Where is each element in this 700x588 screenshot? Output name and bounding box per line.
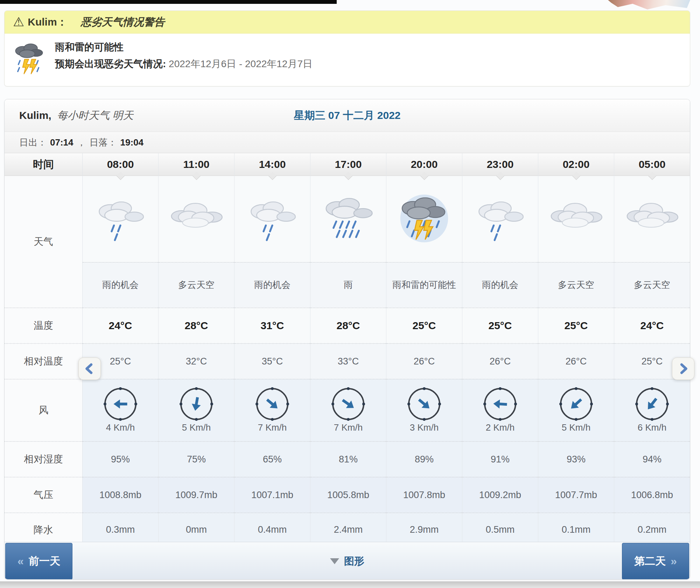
time-header: 17:00 [310,153,386,176]
time-header: 23:00 [462,153,538,176]
wind-cell: 7 Km/h [234,379,310,441]
double-chevron-right-icon: » [671,555,677,568]
hour-column-05:00: 05:00多云天空24°C25°C6 Km/h94%1006.8mb0.2mm [614,153,690,542]
top-black-bar [0,0,337,4]
humidity-value: 81% [310,441,386,477]
weather-description: 雨 [310,262,386,307]
warning-banner[interactable]: ⚠ Kulim： 恶劣天气情况警告 [5,11,690,34]
previous-day-button[interactable]: « 前一天 [5,543,72,580]
wind-speed: 5 Km/h [182,422,211,433]
sunrise-time: 07:14 [50,137,74,148]
pressure-value: 1005.8mb [310,477,386,512]
feels-like-value: 26°C [386,343,462,379]
wind-speed: 7 Km/h [334,422,363,433]
sun-separator: ， [77,136,86,149]
warning-location: Kulim： [28,15,67,29]
precipitation-value: 0.1mm [538,512,614,546]
time-header: 08:00 [83,153,158,176]
weather-description: 多云天空 [538,262,614,307]
time-header: 02:00 [538,153,614,176]
hour-column-02:00: 02:00多云天空25°C26°C5 Km/h93%1007.7mb0.1mm [538,153,614,542]
cloudy-icon [614,176,690,262]
next-day-button[interactable]: 第二天 » [622,543,689,580]
feels-like-value: 26°C [462,343,538,379]
humidity-value: 91% [462,441,538,477]
location-subtitle: 每小时天气 明天 [57,109,133,121]
wind-compass-icon [180,388,212,420]
warning-title[interactable]: 恶劣天气情况警告 [81,15,165,29]
precipitation-value: 2.9mm [386,512,462,546]
wind-direction-arrow [411,391,437,417]
weather-description: 多云天空 [614,262,690,307]
bottom-page-strip [0,581,700,588]
weather-description: 雨的机会 [462,262,538,307]
pressure-value: 1008.8mb [83,477,158,512]
chance-rain-icon [83,176,158,262]
humidity-value: 65% [234,441,310,477]
row-label-time: 时间 [5,153,82,176]
warning-expect-label: 预期会出现恶劣天气情况: [55,58,166,69]
precipitation-value: 0mm [159,512,234,546]
scroll-right-button[interactable] [672,357,694,380]
graph-toggle[interactable]: 图形 [330,554,364,568]
temperature-value: 25°C [538,307,614,343]
temperature-value: 28°C [310,307,386,343]
wind-direction-arrow [186,393,207,414]
precipitation-value: 0.2mm [614,512,690,546]
wind-compass-icon [560,388,592,420]
warning-date-range: 2022年12月6日 - 2022年12月7日 [169,58,313,69]
temperature-value: 31°C [234,307,310,343]
weather-description: 雨的机会 [83,262,158,307]
wind-compass-icon [408,388,440,420]
humidity-value: 95% [83,441,158,477]
wind-speed: 6 Km/h [638,422,666,433]
thunder-icon [386,176,462,262]
photo-fragment [608,0,690,9]
temperature-value: 24°C [614,307,690,343]
wind-direction-arrow [491,394,510,413]
weather-description: 雨的机会 [234,262,310,307]
scroll-left-button[interactable] [78,357,101,380]
row-label-feels: 相对温度 [5,343,82,379]
wind-direction-arrow [639,391,665,417]
pressure-value: 1009.2mb [462,477,538,512]
feels-like-value: 35°C [234,343,310,379]
humidity-value: 94% [614,441,690,477]
feels-like-value: 33°C [310,343,386,379]
previous-day-label: 前一天 [29,554,60,568]
pressure-value: 1007.1mb [234,477,310,512]
row-label-weather: 天气 [5,176,82,307]
chance-rain-icon [234,176,310,262]
chevron-left-icon [83,362,96,375]
row-label-temp: 温度 [5,307,82,343]
time-header: 11:00 [159,153,234,176]
wind-compass-icon [484,388,516,420]
warning-triangle-icon: ⚠ [13,16,24,28]
temperature-value: 24°C [83,307,158,343]
wind-cell: 4 Km/h [83,379,158,441]
temperature-value: 25°C [386,307,462,343]
location-title: Kulim, 每小时天气 明天 [19,108,133,123]
time-header: 05:00 [614,153,690,176]
hour-column-20:00: 20:00雨和雷的可能性25°C26°C3 Km/h89%1007.8mb2.9… [386,153,462,542]
cloudy-icon [538,176,614,262]
warning-detail: 雨和雷的可能性 预期会出现恶劣天气情况: 2022年12月6日 - 2022年1… [5,34,690,86]
wind-compass-icon [104,388,136,420]
wind-speed: 7 Km/h [258,422,287,433]
wind-cell: 5 Km/h [538,379,614,441]
time-header: 20:00 [386,153,462,176]
temperature-value: 28°C [159,307,234,343]
sunset-label: 日落： [90,136,117,149]
pressure-value: 1006.8mb [614,477,690,512]
pressure-value: 1007.8mb [386,477,462,512]
temperature-value: 25°C [462,307,538,343]
forecast-header: Kulim, 每小时天气 明天 星期三 07 十二月 2022 [5,99,690,132]
chevron-right-icon [677,362,690,375]
wind-cell: 5 Km/h [159,379,234,441]
graph-label: 图形 [344,554,364,568]
hourly-forecast-panel: Kulim, 每小时天气 明天 星期三 07 十二月 2022 日出： 07:1… [4,99,690,580]
precipitation-value: 0.3mm [83,512,158,546]
double-chevron-left-icon: « [18,555,24,568]
triangle-down-icon [330,558,339,564]
pressure-value: 1007.7mb [538,477,614,512]
